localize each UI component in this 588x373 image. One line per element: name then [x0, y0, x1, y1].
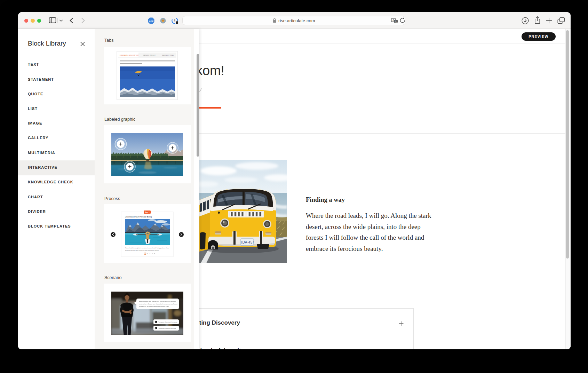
svg-text:ABP: ABP — [149, 19, 153, 22]
svg-text:choice, then choose your chara: choice, then choose your character's exp… — [139, 303, 178, 305]
svg-text:Step 1: Step 1 — [145, 212, 150, 213]
svg-text:body helps you think more clea: body helps you think more clearly and be… — [125, 249, 159, 251]
svg-text:MAKING IT REAL: MAKING IT REAL — [162, 54, 174, 56]
svg-text:This response will continue to: This response will continue to the next … — [158, 322, 177, 323]
svg-text:TDA·457: TDA·457 — [240, 240, 254, 244]
svg-text:EMBRACING DISCOMFORT: EMBRACING DISCOMFORT — [120, 54, 139, 56]
svg-text:GAINING INSIGHT: GAINING INSIGHT — [143, 54, 156, 56]
svg-text:responses for your learners to: responses for your learners to choose fr… — [139, 305, 169, 307]
svg-text:Physical health is closely tie: Physical health is closely tied to menta… — [125, 247, 169, 249]
svg-text:This response will replay the: This response will replay the current st… — [158, 328, 176, 329]
svg-text:文: 文 — [395, 20, 397, 22]
svg-text:Understand Your Physical Being: Understand Your Physical Being — [125, 215, 152, 218]
svg-text:Add dialogue text here to ask: Add dialogue text here to ask your learn… — [139, 301, 176, 302]
